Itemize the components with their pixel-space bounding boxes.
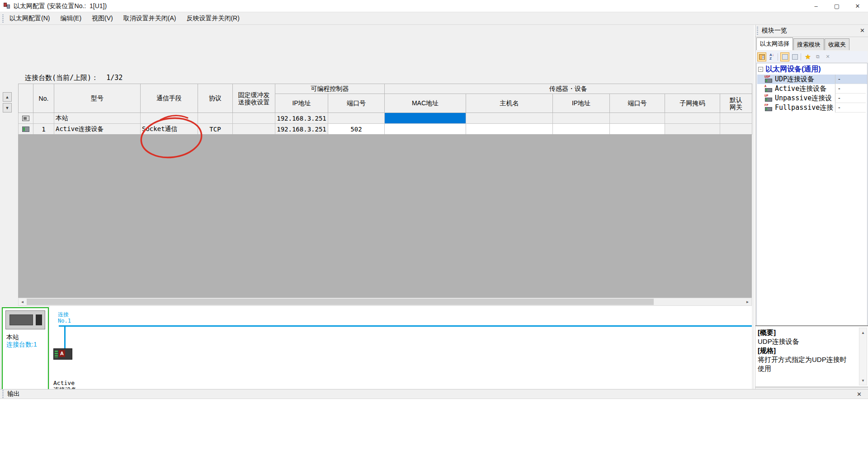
cell-protocol[interactable]: TCP [198, 124, 233, 135]
tree-item-udp-device[interactable]: UDP UDP连接设备 - [757, 75, 867, 84]
col-header-plc-ip: IP地址 [275, 94, 328, 113]
cell-dev-ip[interactable] [553, 113, 610, 124]
cell-mac-selected[interactable] [385, 113, 466, 124]
expand-tree-icon [782, 54, 788, 60]
gateway-line1: 默认 [720, 96, 752, 103]
cell-subnet[interactable] [665, 113, 720, 124]
cell-subnet[interactable] [665, 124, 720, 135]
output-close-icon[interactable]: ✕ [857, 391, 862, 398]
add-favorite-button[interactable]: ⧉ [813, 52, 822, 61]
cell-plc-ip[interactable]: 192.168.3.251 [275, 113, 328, 124]
col-header-comm: 通信手段 [141, 84, 198, 113]
scroll-left-icon[interactable]: ◄ [19, 298, 26, 305]
close-button[interactable]: ✕ [847, 0, 868, 12]
table-row-connection-1: 1 Active连接设备 Socket通信 TCP 192.168.3.251 … [19, 124, 752, 135]
delete-favorite-button[interactable]: ✕ [823, 52, 832, 61]
cell-mac[interactable] [385, 124, 466, 135]
cell-dev-port[interactable] [610, 113, 665, 124]
tree-item-label: UDP连接设备 [775, 75, 835, 84]
info-summary-header: [概要] [758, 328, 856, 337]
cell-model[interactable]: Active连接设备 [54, 124, 141, 135]
maximize-button[interactable]: ▢ [826, 0, 847, 12]
tree-item-fullpassive-device[interactable]: FP Fullpassive连接 - [757, 103, 867, 113]
cell-host[interactable] [466, 124, 553, 135]
connection-label-line1: 连接 [58, 311, 71, 318]
expand-tree-button[interactable] [780, 52, 789, 61]
cell-protocol[interactable] [198, 113, 233, 124]
menu-ethernet-config[interactable]: 以太网配置(N) [5, 13, 54, 24]
move-row-up-button[interactable]: ▲ [3, 92, 12, 102]
col-header-plc-port: 端口号 [328, 94, 385, 113]
module-list-panel: 模块一览 ✕ 以太网选择 搜索模块 收藏夹 A↓ Z ★ ⧉ ✕ − 以太网设备… [755, 25, 868, 389]
info-vscrollbar[interactable]: ▲ ▼ [859, 328, 867, 385]
cell-gateway[interactable] [720, 124, 752, 135]
menu-view[interactable]: 视图(V) [87, 13, 118, 24]
move-row-down-button[interactable]: ▼ [3, 103, 12, 113]
tab-ethernet-selection[interactable]: 以太网选择 [756, 38, 793, 50]
list-view-toggle-button[interactable] [757, 52, 766, 61]
udp-module-icon: UDP [764, 75, 774, 83]
connection-count-caption: 连接台数(当前/上限)： [25, 74, 98, 82]
cell-no[interactable]: 1 [33, 124, 54, 135]
table-hscrollbar[interactable]: ◄ ► [18, 298, 752, 306]
tree-root-ethernet-device[interactable]: − 以太网设备(通用) [758, 65, 821, 74]
scroll-up-icon[interactable]: ▲ [859, 329, 867, 336]
cell-model[interactable]: 本站 [54, 113, 141, 124]
tree-item-active-device[interactable]: A Active连接设备 - [757, 84, 867, 94]
tree-item-label: Fullpassive连接 [775, 103, 835, 112]
info-spec-line1: 将打开方式指定为UDP连接时 [758, 355, 856, 364]
sort-az-button[interactable]: A↓ Z [767, 52, 776, 61]
module-list-tabs: 以太网选择 搜索模块 收藏夹 [756, 39, 850, 50]
cell-plc-ip[interactable]: 192.168.3.251 [275, 124, 328, 135]
row-icon-cell [19, 113, 33, 124]
cell-comm[interactable] [141, 113, 198, 124]
device-drop-line [64, 327, 66, 349]
cell-fixed-buffer[interactable] [233, 113, 275, 124]
minimize-button[interactable]: – [806, 0, 826, 12]
scroll-down-icon[interactable]: ▼ [859, 377, 867, 384]
station-connection-count: 连接台数:1 [6, 341, 37, 349]
active-device-tag: A [59, 350, 65, 357]
cell-dev-ip[interactable] [553, 124, 610, 135]
table-hscrollbar-thumb[interactable] [27, 299, 654, 305]
delete-favorite-icon: ✕ [826, 54, 830, 60]
group-header-plc: 可编程控制器 [275, 84, 385, 94]
tree-item-value: - [835, 84, 866, 94]
cell-dev-port[interactable] [610, 124, 665, 135]
panel-drag-handle[interactable] [757, 27, 758, 35]
menu-cancel-and-close[interactable]: 取消设置并关闭(A) [119, 13, 181, 24]
cell-comm[interactable]: Socket通信 [141, 124, 198, 135]
close-icon: ✕ [855, 3, 860, 9]
cell-plc-port[interactable] [328, 113, 385, 124]
info-summary-text: UDP连接设备 [758, 337, 856, 346]
collapse-node-icon[interactable]: − [758, 67, 763, 72]
tab-search-module[interactable]: 搜索模块 [793, 38, 824, 50]
cell-gateway[interactable] [720, 113, 752, 124]
app-icon [3, 2, 10, 9]
cell-plc-port[interactable]: 502 [328, 124, 385, 135]
maximize-icon: ▢ [834, 3, 840, 9]
collapse-tree-button[interactable] [790, 52, 799, 61]
connection-device-icon [22, 127, 29, 132]
output-drag-handle[interactable] [2, 390, 4, 398]
scroll-right-icon[interactable]: ► [744, 298, 751, 305]
cell-no[interactable] [33, 113, 54, 124]
connection-table: No. 型号 通信手段 协议 固定缓冲发 送接收设置 可编程控制器 传感器・设备… [18, 84, 752, 135]
tree-item-label: Unpassive连接设 [775, 94, 835, 103]
star-icon: ★ [805, 53, 811, 61]
menu-drag-handle[interactable] [2, 14, 4, 23]
tree-item-unpassive-device[interactable]: UP Unpassive连接设 - [757, 94, 867, 103]
gateway-line2: 网关 [720, 103, 752, 111]
menu-edit[interactable]: 编辑(E) [56, 13, 86, 24]
tree-item-label: Active连接设备 [775, 84, 835, 93]
panel-close-icon[interactable]: ✕ [860, 27, 865, 34]
cell-host[interactable] [466, 113, 553, 124]
cell-fixed-buffer[interactable] [233, 124, 275, 135]
module-info-panel: [概要] UDP连接设备 [规格] 将打开方式指定为UDP连接时 使用 ▲ ▼ [755, 325, 868, 387]
active-device-icon[interactable]: A [53, 348, 72, 360]
col-header-dev-port: 端口号 [610, 94, 665, 113]
menu-apply-and-close[interactable]: 反映设置并关闭(R) [182, 13, 244, 24]
tab-favorites[interactable]: 收藏夹 [825, 38, 849, 50]
fullpassive-module-icon: FP [764, 104, 774, 112]
favorite-star-button[interactable]: ★ [803, 52, 812, 61]
